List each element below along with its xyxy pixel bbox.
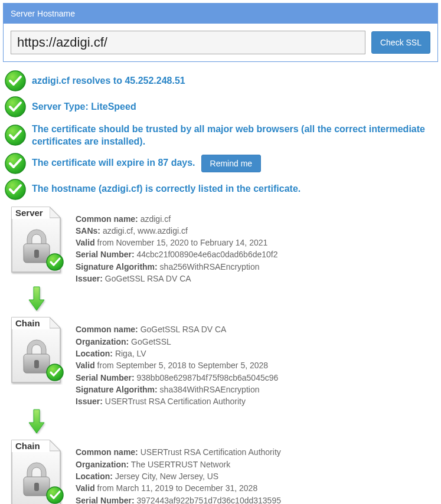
cert-info: Common name: GoGetSSL RSA DV CAOrganizat… [76, 315, 278, 407]
cert-field: Valid from March 11, 2019 to December 31… [76, 482, 281, 494]
cert-field: Signature Algorithm: sha384WithRSAEncryp… [76, 384, 278, 395]
cert-field-label: Common name: [76, 447, 138, 457]
cert-icon: Chain [8, 438, 65, 504]
check-ssl-button[interactable]: Check SSL [371, 31, 430, 54]
cert-field: Valid from November 15, 2020 to February… [76, 237, 278, 248]
cert-field-label: Serial Number: [76, 496, 135, 504]
cert-field: Location: Riga, LV [76, 348, 278, 359]
check-text: azdigi.cf resolves to 45.252.248.51 [32, 75, 185, 87]
cert-field: Location: Jersey City, New Jersey, US [76, 470, 281, 482]
chain-arrow-icon [8, 286, 65, 312]
cert-info: Common name: azdigi.cfSANs: azdigi.cf, w… [76, 205, 278, 285]
cert-field-label: Signature Algorithm: [76, 262, 158, 271]
cert-field-value: Riga, LV [113, 349, 146, 358]
cert-field: Issuer: USERTrust RSA Certification Auth… [76, 395, 278, 407]
cert-field: Organization: The USERTRUST Network [76, 459, 281, 470]
check-row-trusted: The certificate should be trusted by all… [5, 122, 436, 148]
cert-field-value: USERTrust RSA Certification Authority [138, 447, 281, 457]
cert-field: SANs: azdigi.cf, www.azdigi.cf [76, 225, 278, 237]
cert-field: Common name: GoGetSSL RSA DV CA [76, 323, 278, 335]
cert-field-label: Location: [76, 349, 113, 358]
cert-field: Common name: USERTrust RSA Certification… [76, 446, 281, 458]
cert-field-label: Valid [76, 361, 95, 370]
chain-arrow-icon [8, 408, 65, 434]
cert-field-value: from September 5, 2018 to September 5, 2… [95, 361, 268, 370]
cert-field-label: SANs: [76, 226, 100, 235]
cert-field: Issuer: GoGetSSL RSA DV CA [76, 273, 278, 284]
cert-field-value: USERTrust RSA Certification Authority [103, 397, 246, 406]
cert-field-value: from November 15, 2020 to February 14, 2… [95, 238, 268, 247]
cert-field-value: GoGetSSL RSA DV CA [103, 274, 191, 283]
cert-field-value: Jersey City, New Jersey, US [113, 472, 218, 481]
cert-field-label: Issuer: [76, 274, 103, 283]
lock-page-icon: Chain [8, 315, 65, 385]
panel-body: Check SSL [4, 24, 437, 61]
check-row-resolve: azdigi.cf resolves to 45.252.248.51 [5, 70, 436, 91]
cert-field-label: Common name: [76, 214, 138, 224]
check-text: The certificate will expire in 87 days. [32, 157, 195, 169]
cert-field: Serial Number: 938bb08e62987b4f75f98cb6a… [76, 372, 278, 384]
lock-page-icon: Server [8, 205, 65, 274]
cert-field-value: sha384WithRSAEncryption [158, 385, 260, 394]
check-text: The hostname (azdigi.cf) is correctly li… [32, 183, 300, 195]
cert-field: Common name: azdigi.cf [76, 213, 278, 225]
check-row-servertype: Server Type: LiteSpeed [5, 96, 436, 117]
check-icon [5, 96, 26, 117]
check-row-expire: The certificate will expire in 87 days. … [5, 153, 436, 174]
lock-page-icon: Chain [8, 438, 65, 504]
check-icon [5, 125, 26, 146]
check-row-hostname: The hostname (azdigi.cf) is correctly li… [5, 179, 436, 200]
cert-field-value: azdigi.cf [138, 214, 171, 224]
cert-field-label: Organization: [76, 337, 129, 346]
panel-title: Server Hostname [4, 4, 437, 24]
hostname-panel: Server Hostname Check SSL [3, 3, 438, 62]
hostname-input[interactable] [11, 31, 365, 54]
cert-field: Valid from September 5, 2018 to Septembe… [76, 359, 278, 371]
cert-field-value: GoGetSSL RSA DV CA [138, 325, 227, 334]
cert-field-value: The USERTRUST Network [129, 460, 230, 469]
cert-field-label: Issuer: [76, 397, 103, 406]
cert-field-label: Signature Algorithm: [76, 385, 158, 394]
cert-field-label: Serial Number: [76, 250, 135, 259]
cert-field-value: sha256WithRSAEncryption [158, 262, 260, 271]
cert-badge-text: Chain [15, 441, 40, 451]
cert-field: Serial Number: 3972443af922b751d7d36c10d… [76, 495, 281, 504]
cert-field-value: from March 11, 2019 to December 31, 2028 [95, 483, 257, 493]
cert-field: Signature Algorithm: sha256WithRSAEncryp… [76, 261, 278, 273]
cert-badge-text: Server [15, 208, 43, 218]
cert-field-label: Serial Number: [76, 373, 135, 382]
cert-field-value: GoGetSSL [129, 337, 171, 346]
checks-list: azdigi.cf resolves to 45.252.248.51 Serv… [5, 70, 436, 200]
check-text: The certificate should be trusted by all… [32, 122, 436, 148]
check-text: Server Type: LiteSpeed [32, 101, 136, 113]
cert-field: Serial Number: 44cbc21f00890e4e6ac0dad6b… [76, 248, 278, 260]
check-icon [5, 70, 26, 91]
check-icon [5, 153, 26, 174]
cert-field-label: Location: [76, 472, 113, 481]
cert-field-value: 3972443af922b751d7d36c10dd313595 [135, 496, 281, 504]
cert-field: Organization: GoGetSSL [76, 336, 278, 348]
cert-block: ChainCommon name: USERTrust RSA Certific… [8, 438, 441, 504]
cert-block: ServerCommon name: azdigi.cfSANs: azdigi… [8, 205, 441, 285]
cert-field-value: 44cbc21f00890e4e6ac0dad6b6de10f2 [135, 250, 278, 259]
check-icon [5, 179, 26, 200]
cert-field-value: 938bb08e62987b4f75f98cb6a5045c96 [135, 373, 279, 382]
cert-info: Common name: USERTrust RSA Certification… [76, 438, 281, 504]
cert-field-value: azdigi.cf, www.azdigi.cf [100, 226, 188, 235]
cert-badge-text: Chain [15, 318, 40, 328]
cert-field-label: Organization: [76, 460, 129, 469]
cert-field-label: Common name: [76, 325, 138, 334]
cert-icon: Server [8, 205, 65, 285]
cert-field-label: Valid [76, 483, 95, 493]
cert-field-label: Valid [76, 238, 95, 247]
remind-me-button[interactable]: Remind me [201, 155, 262, 172]
cert-block: ChainCommon name: GoGetSSL RSA DV CAOrga… [8, 315, 441, 407]
cert-icon: Chain [8, 315, 65, 407]
